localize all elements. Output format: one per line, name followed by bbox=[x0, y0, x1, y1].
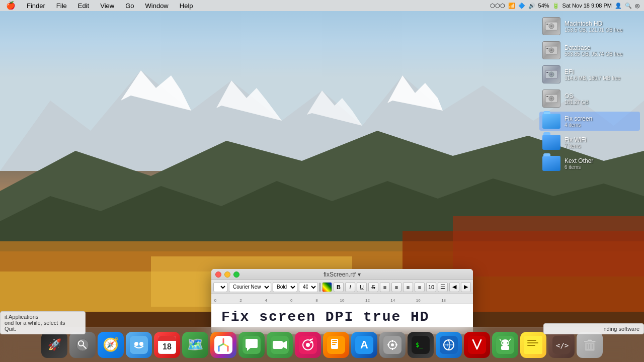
network-icon: ⬡⬡⬡ bbox=[490, 3, 505, 9]
dock-icon-terminal[interactable]: $_ bbox=[408, 332, 434, 358]
text-color-swatch[interactable] bbox=[319, 283, 320, 292]
svg-point-35 bbox=[134, 342, 138, 346]
dock-icon-finder[interactable] bbox=[126, 332, 152, 358]
document-text: Fix screen DPI true HD bbox=[221, 309, 463, 325]
user-icon: 👤 bbox=[615, 3, 622, 9]
fix-wifi-text: Fix WiFi 7 items bbox=[565, 136, 586, 149]
dock-icon-photos[interactable] bbox=[210, 332, 236, 358]
window-menu[interactable]: Window bbox=[143, 1, 171, 11]
textedit-toolbar: ¶ Courier New Bold 40 B I U S ≡ ≡ ≡ ≡ 10… bbox=[211, 280, 473, 294]
search-menubar-icon[interactable]: 🔍 bbox=[625, 3, 632, 9]
edit-menu[interactable]: Edit bbox=[76, 1, 91, 11]
finder-menu[interactable]: Finder bbox=[25, 1, 47, 11]
font-style-select[interactable]: Bold bbox=[273, 282, 297, 292]
next-btn[interactable]: ▶ bbox=[461, 282, 471, 292]
kext-other-name: Kext Other bbox=[565, 157, 593, 164]
dock-icon-launchpad[interactable]: 🚀 bbox=[41, 332, 67, 358]
dock-icon-ibooks[interactable] bbox=[323, 332, 349, 358]
line-spacing-btn[interactable]: 10 bbox=[426, 282, 436, 292]
dock-icon-facetime[interactable] bbox=[267, 332, 293, 358]
tooltip-left-line2: ond for a while, select its bbox=[5, 320, 81, 326]
ruler-mark-0: 0 bbox=[214, 298, 216, 303]
svg-point-48 bbox=[306, 343, 310, 347]
desktop-icon-kext-other[interactable]: Kext Other 6 items bbox=[539, 154, 640, 173]
dock-icon-calendar[interactable]: 18 bbox=[154, 332, 180, 358]
dock-icon-android[interactable] bbox=[492, 332, 518, 358]
desktop-icon-fix-screen[interactable]: Fix screen 4 items bbox=[539, 112, 640, 131]
help-menu[interactable]: Help bbox=[178, 1, 195, 11]
strikethrough-btn[interactable]: S bbox=[368, 282, 378, 292]
svg-point-60 bbox=[391, 343, 394, 346]
svg-rect-87 bbox=[587, 339, 592, 341]
bold-btn[interactable]: B bbox=[334, 282, 344, 292]
window-title-arrow[interactable]: ▾ bbox=[358, 271, 361, 278]
apple-menu[interactable]: 🍎 bbox=[4, 0, 18, 11]
window-close-button[interactable] bbox=[215, 272, 221, 278]
os-icon bbox=[542, 89, 560, 108]
svg-rect-77 bbox=[501, 346, 509, 350]
ruler-mark-16: 16 bbox=[416, 298, 421, 303]
dock-icon-itunes[interactable] bbox=[295, 332, 321, 358]
menubar-right: ⬡⬡⬡ 📶 🔷 🔊 54% 🔋 Sat Nov 18 9:08 PM 👤 🔍 ◎ bbox=[490, 3, 640, 9]
desktop-icon-fix-wifi[interactable]: Fix WiFi 7 items bbox=[539, 133, 640, 152]
font-size-select[interactable]: 40 bbox=[299, 282, 318, 292]
file-menu[interactable]: File bbox=[54, 1, 69, 11]
volume-icon[interactable]: 🔊 bbox=[528, 3, 535, 9]
database-icon bbox=[542, 41, 560, 59]
justify-btn[interactable]: ≡ bbox=[415, 282, 425, 292]
dock-icon-spotlight[interactable] bbox=[69, 332, 96, 358]
dock-icon-script[interactable]: </> bbox=[548, 332, 575, 358]
dock-icon-safari[interactable]: 🧭 bbox=[98, 332, 124, 358]
battery-indicator: 54% bbox=[538, 3, 549, 9]
desktop-icon-database[interactable]: Database 583.85 GB, 95.74 GB free bbox=[539, 39, 640, 61]
siri-icon[interactable]: ◎ bbox=[635, 3, 640, 9]
dock-icon-appstore[interactable]: A bbox=[351, 332, 377, 358]
svg-rect-26 bbox=[546, 72, 548, 73]
italic-btn[interactable]: I bbox=[345, 282, 355, 292]
window-titlebar: fixScreen.rtf ▾ bbox=[211, 269, 473, 280]
prev-btn[interactable]: ◀ bbox=[449, 282, 459, 292]
svg-rect-30 bbox=[546, 96, 548, 97]
align-center-btn[interactable]: ≡ bbox=[391, 282, 401, 292]
tooltip-right: nding software bbox=[543, 323, 644, 334]
fix-screen-subtitle: 4 items bbox=[565, 122, 592, 128]
dock-icon-sticky-notes[interactable] bbox=[520, 332, 546, 358]
view-menu[interactable]: View bbox=[98, 1, 116, 11]
color-picker-btn[interactable] bbox=[322, 282, 332, 292]
macintosh-hd-subtitle: 153.5 GB, 121.01 GB free bbox=[565, 27, 623, 33]
dock-icon-trash[interactable] bbox=[577, 332, 603, 358]
ruler-mark-8: 8 bbox=[315, 298, 317, 303]
align-left-btn[interactable]: ≡ bbox=[380, 282, 390, 292]
svg-point-73 bbox=[502, 342, 504, 343]
desktop-icon-os[interactable]: OS 181.27 GB bbox=[539, 87, 640, 110]
dock-icon-messages[interactable] bbox=[238, 332, 265, 358]
ruler: 0 2 4 6 8 10 12 14 16 18 bbox=[211, 294, 473, 304]
dock-icon-browser-2[interactable] bbox=[436, 332, 462, 358]
wifi-menu-icon[interactable]: 📶 bbox=[508, 3, 515, 9]
fix-screen-folder-icon bbox=[542, 114, 560, 129]
window-maximize-button[interactable] bbox=[233, 272, 239, 278]
dock-icon-vivaldi[interactable] bbox=[464, 332, 490, 358]
db-svg bbox=[544, 44, 558, 56]
desktop-icon-efi[interactable]: EFI 314.6 MB, 180.7 MB free bbox=[539, 63, 640, 85]
textedit-window: fixScreen.rtf ▾ ¶ Courier New Bold 40 B … bbox=[211, 269, 473, 334]
list-btn[interactable]: ☰ bbox=[438, 282, 448, 292]
window-minimize-button[interactable] bbox=[224, 272, 230, 278]
font-format-select[interactable]: ¶ bbox=[213, 282, 227, 292]
desktop-icons-container: Macintosh HD 153.5 GB, 121.01 GB free Da… bbox=[539, 15, 640, 173]
ruler-mark-4: 4 bbox=[265, 298, 267, 303]
desktop-icon-macintosh-hd[interactable]: Macintosh HD 153.5 GB, 121.01 GB free bbox=[539, 15, 640, 37]
dock-icon-maps[interactable]: 🗺️ bbox=[182, 332, 208, 358]
svg-rect-55 bbox=[332, 344, 336, 345]
align-right-btn[interactable]: ≡ bbox=[403, 282, 413, 292]
font-family-select[interactable]: Courier New bbox=[229, 282, 271, 292]
go-menu[interactable]: Go bbox=[123, 1, 136, 11]
menubar: 🍎 Finder File Edit View Go Window Help ⬡… bbox=[0, 0, 644, 11]
fix-screen-name: Fix screen bbox=[565, 115, 592, 122]
dock-icon-system-preferences[interactable] bbox=[379, 332, 406, 358]
fix-wifi-name: Fix WiFi bbox=[565, 136, 586, 143]
database-name: Database bbox=[565, 44, 623, 51]
underline-btn[interactable]: U bbox=[357, 282, 367, 292]
efi-icon bbox=[542, 65, 560, 83]
svg-rect-44 bbox=[273, 341, 283, 349]
